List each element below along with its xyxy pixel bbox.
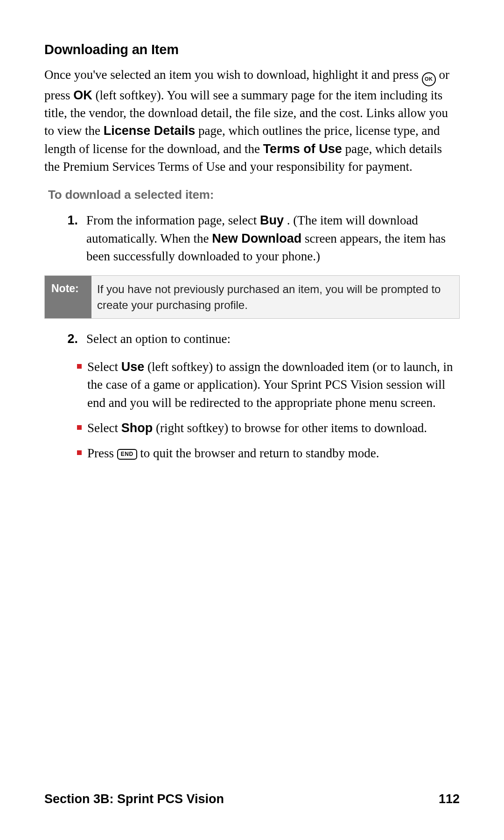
- bullet-2-a: Select: [87, 421, 121, 435]
- step-1-body: From the information page, select Buy . …: [86, 211, 460, 265]
- step-2: 2. Select an option to continue:: [64, 330, 460, 348]
- intro-text-1: Once you've selected an item you wish to…: [44, 68, 422, 82]
- bullet-1: Select Use (left softkey) to assign the …: [77, 358, 460, 412]
- ok-bold: OK: [73, 88, 92, 102]
- section-heading: Downloading an Item: [44, 42, 460, 57]
- procedure-subheading: To download a selected item:: [48, 188, 460, 202]
- footer-page-number: 112: [439, 792, 460, 806]
- bullet-2-b: (right softkey) to browse for other item…: [156, 421, 427, 435]
- step-1: 1. From the information page, select Buy…: [64, 211, 460, 265]
- buy-bold: Buy: [260, 213, 284, 227]
- bullet-2: Select Shop (right softkey) to browse fo…: [77, 419, 460, 437]
- footer-section: Section 3B: Sprint PCS Vision: [44, 792, 224, 806]
- end-key-icon: END: [117, 449, 137, 460]
- note-label: Note:: [45, 276, 91, 318]
- bullet-3-b: to quit the browser and return to standb…: [140, 446, 379, 460]
- step-1-number: 1.: [64, 211, 86, 265]
- bullet-1-a: Select: [87, 360, 121, 374]
- intro-paragraph: Once you've selected an item you wish to…: [44, 66, 460, 175]
- use-bold: Use: [121, 360, 145, 374]
- step-2-number: 2.: [64, 330, 86, 348]
- bullet-square-icon: [77, 364, 82, 369]
- shop-bold: Shop: [121, 421, 153, 435]
- step-2-body: Select an option to continue:: [86, 330, 460, 348]
- note-box: Note: If you have not previously purchas…: [44, 275, 460, 318]
- bullet-square-icon: [77, 450, 82, 455]
- bullet-3-a: Press: [87, 446, 117, 460]
- ok-key-icon: OK: [422, 72, 436, 86]
- bullet-3: Press END to quit the browser and return…: [77, 444, 460, 462]
- step-1-text-a: From the information page, select: [86, 213, 260, 227]
- license-details-bold: License Details: [104, 124, 196, 138]
- terms-of-use-bold: Terms of Use: [263, 142, 342, 156]
- new-download-bold: New Download: [212, 231, 301, 245]
- bullet-square-icon: [77, 425, 82, 430]
- note-body: If you have not previously purchased an …: [91, 276, 459, 318]
- bullet-list: Select Use (left softkey) to assign the …: [77, 358, 460, 462]
- page-footer: Section 3B: Sprint PCS Vision 112: [44, 792, 460, 806]
